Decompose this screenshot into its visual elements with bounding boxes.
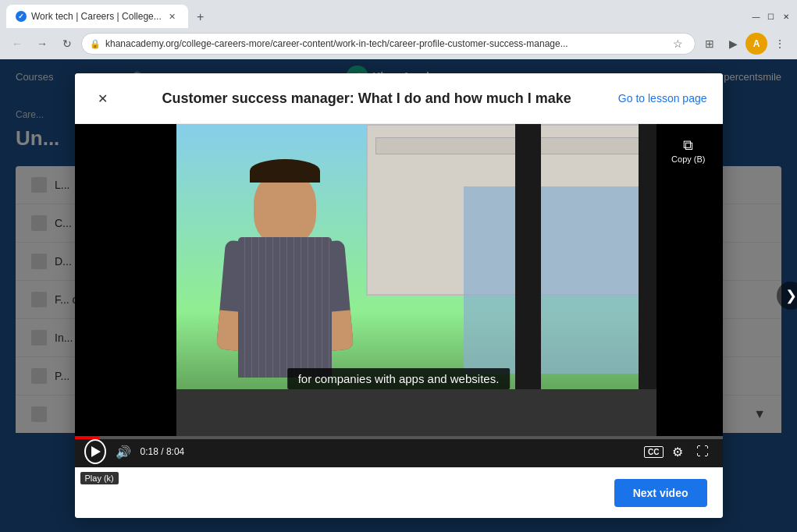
video-background: for companies with apps and websites. ⧉ … <box>75 124 723 436</box>
copy-icon: ⧉ <box>683 138 693 152</box>
tab-label: Work tech | Careers | College... <box>31 11 162 22</box>
extensions-button[interactable]: ⊞ <box>699 33 721 55</box>
time-total: 8:04 <box>166 446 184 457</box>
play-button[interactable] <box>84 441 106 463</box>
play-circle <box>84 439 106 464</box>
browser-chrome: Work tech | Careers | College... ✕ + — ☐… <box>0 0 797 59</box>
bookmark-icon[interactable]: ☆ <box>668 34 687 53</box>
minimize-button[interactable]: — <box>751 12 761 22</box>
window-controls: — ☐ ✕ <box>751 12 791 22</box>
url-text: khanacademy.org/college-careers-more/car… <box>105 38 664 49</box>
video-modal: ✕ Customer success manager: What I do an… <box>75 73 723 518</box>
video-right-bar <box>656 124 723 436</box>
toolbar-actions: ⊞ ▶ A ⋮ <box>699 33 791 55</box>
copy-button[interactable]: ⧉ Copy (B) <box>664 133 713 168</box>
modal-close-button[interactable]: ✕ <box>91 86 116 111</box>
lock-icon: 🔒 <box>90 39 101 49</box>
url-box[interactable]: 🔒 khanacademy.org/college-careers-more/c… <box>81 33 696 55</box>
progress-bar-container[interactable] <box>75 436 723 439</box>
menu-button[interactable]: ⋮ <box>769 33 791 55</box>
video-time: 0:18 / 8:04 <box>141 446 185 457</box>
play-triangle-icon <box>91 446 101 457</box>
play-btn-wrapper: Play (k) <box>84 441 106 463</box>
new-tab-button[interactable]: + <box>191 8 210 27</box>
video-player[interactable]: for companies with apps and websites. ⧉ … <box>75 124 723 436</box>
settings-button[interactable]: ⚙ <box>667 441 688 463</box>
refresh-button[interactable]: ↻ <box>56 33 78 55</box>
address-bar: ← → ↻ 🔒 khanacademy.org/college-careers-… <box>0 28 797 59</box>
person-torso <box>238 237 332 378</box>
media-button[interactable]: ▶ <box>722 33 744 55</box>
modal-footer: Next video <box>75 467 723 518</box>
url-actions: ☆ <box>668 34 687 53</box>
cc-button[interactable]: CC <box>644 446 663 458</box>
modal-header: ✕ Customer success manager: What I do an… <box>75 73 723 124</box>
next-video-button[interactable]: Next video <box>614 479 707 507</box>
page-content-area: Courses Search 🔍 ✓ Khan Academy Donate p… <box>0 59 797 532</box>
time-current: 0:18 <box>141 446 158 457</box>
title-bar: Work tech | Careers | College... ✕ + — ☐… <box>0 0 797 28</box>
video-controls: Play (k) 🔊 0:18 / 8:04 CC ⚙ ⛶ <box>75 436 723 467</box>
close-button[interactable]: ✕ <box>781 12 791 22</box>
video-subtitle: for companies with apps and websites. <box>287 368 511 389</box>
tab-area: Work tech | Careers | College... ✕ + <box>6 5 745 28</box>
video-window <box>464 186 658 374</box>
restore-button[interactable]: ☐ <box>766 12 776 22</box>
active-tab[interactable]: Work tech | Careers | College... ✕ <box>6 5 188 28</box>
forward-button[interactable]: → <box>31 33 53 55</box>
back-button[interactable]: ← <box>6 33 28 55</box>
tab-close-button[interactable]: ✕ <box>166 10 179 23</box>
play-label: Play (k) <box>80 472 119 484</box>
right-controls: CC ⚙ ⛶ <box>644 441 713 463</box>
modal-title: Customer success manager: What I do and … <box>116 90 618 107</box>
lesson-page-link[interactable]: Go to lesson page <box>618 92 707 105</box>
tab-favicon <box>16 11 27 22</box>
volume-button[interactable]: 🔊 <box>112 441 134 463</box>
modal-wrapper: ❯ ✕ Customer success manager: What I do … <box>0 59 797 532</box>
person-head <box>254 171 316 245</box>
copy-label: Copy (B) <box>671 154 705 164</box>
fullscreen-button[interactable]: ⛶ <box>692 441 713 463</box>
next-arrow-button[interactable]: ❯ <box>777 282 797 310</box>
video-left-bar <box>75 124 176 436</box>
profile-button[interactable]: A <box>745 33 767 55</box>
